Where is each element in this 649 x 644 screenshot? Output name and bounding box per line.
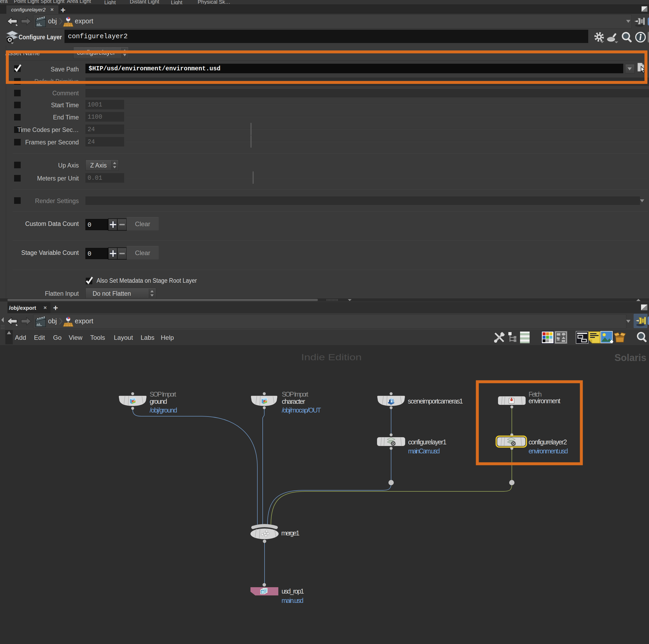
- svg-text:sceneimportcameras1: sceneimportcameras1: [408, 397, 463, 405]
- svg-text:SOP Import: SOP Import: [149, 391, 176, 398]
- svg-text:ground: ground: [149, 398, 167, 405]
- svg-text:environment: environment: [528, 397, 560, 405]
- svg-text:Configure Layer: Configure Layer: [18, 34, 62, 41]
- svg-text:Fetch: Fetch: [528, 391, 542, 398]
- svg-text:merge1: merge1: [281, 529, 300, 537]
- svg-text:/obj/mocap/OUT: /obj/mocap/OUT: [282, 406, 321, 414]
- svg-text:Solaris: Solaris: [614, 352, 646, 363]
- svg-text:environment.usd: environment.usd: [528, 447, 568, 455]
- svg-text:configurelayer1: configurelayer1: [408, 438, 446, 446]
- svg-text:mainCam.usd: mainCam.usd: [408, 447, 440, 455]
- svg-text:usd_rop1: usd_rop1: [282, 588, 304, 595]
- svg-text:Indie Edition: Indie Edition: [301, 352, 362, 362]
- svg-text:configurelayer2: configurelayer2: [528, 438, 567, 446]
- svg-text:SOP Import: SOP Import: [282, 391, 308, 398]
- svg-text:Also Set Metadata on Stage Roo: Also Set Metadata on Stage Root Layer: [97, 277, 197, 284]
- svg-text:main.usd: main.usd: [282, 597, 304, 604]
- svg-text:character: character: [282, 398, 305, 405]
- svg-text:/obj/ground: /obj/ground: [149, 406, 177, 414]
